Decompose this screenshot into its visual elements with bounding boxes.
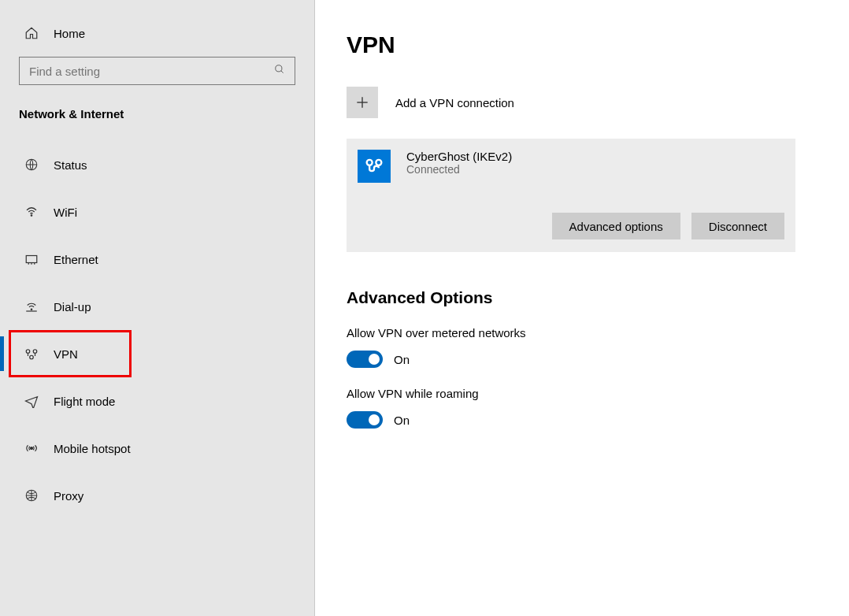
- svg-point-3: [31, 215, 32, 217]
- sidebar-home[interactable]: Home: [0, 16, 314, 50]
- svg-line-1: [281, 71, 284, 73]
- toggle-roaming-state: On: [394, 414, 410, 427]
- svg-point-17: [367, 160, 373, 165]
- add-vpn-label: Add a VPN connection: [395, 96, 514, 109]
- plus-icon: [347, 87, 378, 118]
- sidebar-item-label: Status: [54, 158, 87, 172]
- sidebar-section-title: Network & Internet: [0, 96, 314, 125]
- search-icon: [274, 64, 285, 78]
- vpn-connection-status: Connected: [406, 163, 512, 176]
- add-vpn-row[interactable]: Add a VPN connection: [347, 87, 817, 118]
- search-box[interactable]: [19, 57, 295, 85]
- sidebar-item-wifi[interactable]: WiFi: [0, 188, 314, 236]
- sidebar-item-status[interactable]: Status: [0, 141, 314, 188]
- toggle-metered-state: On: [394, 353, 410, 366]
- sidebar: Home Network & Internet Status WiFi Ethe…: [0, 0, 315, 616]
- sidebar-item-proxy[interactable]: Proxy: [0, 472, 314, 519]
- sidebar-item-label: Flight mode: [54, 395, 115, 408]
- status-icon: [24, 157, 39, 173]
- svg-point-13: [31, 447, 33, 450]
- svg-point-8: [31, 309, 32, 310]
- home-icon: [24, 25, 39, 41]
- airplane-icon: [24, 393, 39, 409]
- toggle-metered-label: Allow VPN over metered networks: [347, 326, 817, 340]
- sidebar-item-label: VPN: [54, 347, 78, 361]
- proxy-icon: [24, 488, 39, 503]
- hotspot-icon: [24, 440, 39, 456]
- advanced-options-heading: Advanced Options: [347, 288, 817, 307]
- toggle-roaming-label: Allow VPN while roaming: [347, 387, 817, 400]
- vpn-connection-icon: [358, 150, 391, 183]
- sidebar-item-label: Mobile hotspot: [54, 442, 131, 455]
- sidebar-item-vpn[interactable]: VPN: [0, 330, 314, 377]
- sidebar-item-label: Proxy: [54, 489, 83, 503]
- vpn-connection-name: CyberGhost (IKEv2): [406, 150, 512, 163]
- svg-rect-4: [26, 256, 37, 263]
- sidebar-nav-list: Status WiFi Ethernet Dial-up VPN: [0, 141, 314, 519]
- search-input[interactable]: [29, 65, 274, 78]
- sidebar-item-ethernet[interactable]: Ethernet: [0, 236, 314, 283]
- sidebar-item-label: Ethernet: [54, 253, 98, 266]
- svg-point-0: [276, 65, 282, 72]
- toggle-roaming-switch[interactable]: [347, 411, 383, 429]
- page-title: VPN: [347, 32, 817, 58]
- wifi-icon: [24, 204, 39, 220]
- toggle-metered-group: Allow VPN over metered networks On: [347, 326, 817, 368]
- sidebar-item-dialup[interactable]: Dial-up: [0, 283, 314, 330]
- advanced-options-button[interactable]: Advanced options: [552, 213, 680, 239]
- svg-point-11: [33, 350, 37, 354]
- toggle-roaming-group: Allow VPN while roaming On: [347, 387, 817, 429]
- main-content: VPN Add a VPN connection CyberGhost (IKE…: [315, 0, 849, 616]
- sidebar-item-label: WiFi: [54, 206, 77, 219]
- disconnect-button[interactable]: Disconnect: [691, 213, 784, 239]
- sidebar-item-flightmode[interactable]: Flight mode: [0, 377, 314, 425]
- dialup-icon: [24, 299, 39, 314]
- toggle-metered-switch[interactable]: [347, 351, 383, 368]
- sidebar-item-label: Dial-up: [54, 300, 91, 314]
- svg-point-12: [30, 355, 34, 359]
- ethernet-icon: [24, 251, 39, 267]
- sidebar-home-label: Home: [54, 27, 85, 40]
- vpn-icon: [24, 346, 39, 362]
- svg-point-10: [26, 350, 30, 354]
- vpn-connection-card[interactable]: CyberGhost (IKEv2) Connected Advanced op…: [347, 139, 795, 252]
- svg-point-18: [376, 160, 381, 165]
- sidebar-item-hotspot[interactable]: Mobile hotspot: [0, 425, 314, 472]
